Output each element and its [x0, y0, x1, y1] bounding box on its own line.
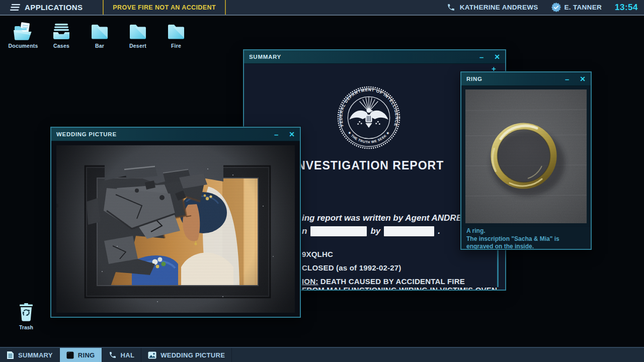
image-icon	[148, 351, 156, 359]
desktop-icon-fire[interactable]: Fire	[157, 21, 195, 49]
objective-text: PROVE FIRE NOT AN ACCIDENT	[113, 4, 216, 11]
taskbar-item-ring[interactable]: RING	[60, 348, 102, 362]
status-line: CLOSED (as of 1992-02-27)	[302, 263, 401, 272]
folder-icon	[90, 21, 110, 41]
desktop-icon-cases[interactable]: Cases	[42, 21, 80, 49]
wedding-picture-window: WEDDING PICTURE – ✕	[50, 127, 301, 318]
taskbar-item-label: SUMMARY	[18, 351, 53, 359]
window-title: RING	[466, 76, 482, 82]
conclusion-text: DEATH CAUSED BY ACCIDENTAL FIRE	[320, 277, 465, 286]
document-scrollbar[interactable]	[497, 250, 499, 287]
taskbar: SUMMARY RING HAL WEDDING PICTURE	[0, 347, 644, 362]
intro2-connector: by	[370, 226, 380, 236]
fdi-seal: FEDERAL DEPARTMENT OF INTELLIGENCE ★ THE…	[337, 86, 400, 151]
agent-name: E. TANNER	[565, 4, 602, 11]
desktop-icon-label: Documents	[9, 43, 38, 49]
caller-name: KATHERINE ANDREWS	[460, 4, 538, 11]
conclusion-line: ION: DEATH CAUSED BY ACCIDENTAL FIRE	[302, 277, 465, 286]
desktop-icon-documents[interactable]: Documents	[4, 21, 42, 49]
report-intro-line2: n by .	[302, 226, 440, 236]
agent-badge-chip: E. TANNER	[551, 3, 602, 12]
folder-icon	[166, 21, 186, 41]
evidence-caption: A ring. The inscription "Sacha & Mia" is…	[466, 227, 586, 249]
conclusion-line2: FROM MALFUNCTIONING WIRING IN VICTIM'S O…	[302, 286, 497, 290]
open-folder-icon	[13, 21, 34, 41]
ring-evidence-viewer: A ring. The inscription "Sacha & Mia" is…	[461, 86, 591, 249]
window-controls: – ✕	[479, 53, 500, 61]
wedding-photo-viewer	[51, 141, 300, 317]
photo-thumbnail-icon	[66, 351, 74, 359]
taskbar-item-label: HAL	[121, 351, 135, 359]
window-title: WEDDING PICTURE	[56, 131, 117, 137]
summary-window-titlebar[interactable]: SUMMARY – ✕	[244, 50, 505, 64]
game-desktop: APPLICATIONS PROVE FIRE NOT AN ACCIDENT …	[0, 0, 644, 362]
close-button[interactable]: ✕	[289, 131, 295, 138]
gold-ring-photo	[465, 89, 587, 223]
hamburger-menu-icon	[9, 4, 20, 11]
wedding-window-titlebar[interactable]: WEDDING PICTURE – ✕	[51, 128, 300, 141]
phone-icon	[109, 351, 117, 359]
case-id-line: 9XQLHC	[302, 250, 333, 258]
ring-window: RING – ✕	[460, 71, 592, 250]
desktop-icon-row: Documents Cases Bar	[4, 21, 195, 49]
applications-label: APPLICATIONS	[25, 3, 83, 12]
window-controls: – ✕	[565, 75, 586, 83]
minimize-button[interactable]: –	[479, 53, 484, 61]
desktop-icon-desert[interactable]: Desert	[119, 21, 157, 49]
trash-can-icon	[18, 303, 35, 323]
trash-label: Trash	[19, 324, 33, 330]
burnt-wedding-photo	[56, 145, 295, 313]
window-title: SUMMARY	[249, 54, 281, 60]
taskbar-item-label: WEDDING PICTURE	[160, 351, 225, 359]
close-button[interactable]: ✕	[580, 75, 586, 82]
folder-icon	[128, 21, 148, 41]
taskbar-item-label: RING	[78, 351, 95, 359]
minimize-button[interactable]: –	[565, 75, 569, 83]
redaction-box	[310, 226, 367, 236]
intro2-period: .	[438, 226, 440, 236]
top-bar: APPLICATIONS PROVE FIRE NOT AN ACCIDENT …	[0, 0, 644, 16]
desktop-icon-label: Desert	[129, 43, 146, 49]
applications-menu-button[interactable]: APPLICATIONS	[9, 3, 83, 12]
caption-line2: The inscription "Sacha & Mia" is engrave…	[466, 235, 586, 249]
taskbar-item-summary[interactable]: SUMMARY	[0, 348, 60, 362]
caption-line1: A ring.	[466, 227, 586, 235]
minimize-button[interactable]: –	[274, 131, 278, 138]
clock: 13:54	[615, 3, 638, 13]
verified-badge-icon	[551, 3, 561, 12]
top-bar-right: KATHERINE ANDREWS E. TANNER 13:54	[447, 3, 644, 13]
conclusion-label: ION:	[302, 277, 318, 286]
trash-icon[interactable]: Trash	[11, 303, 41, 330]
close-button[interactable]: ✕	[494, 53, 500, 60]
redaction-box	[384, 226, 434, 236]
taskbar-item-hal[interactable]: HAL	[102, 348, 142, 362]
phone-icon	[447, 3, 455, 12]
inbox-tray-icon	[51, 21, 71, 41]
active-call-chip[interactable]: KATHERINE ANDREWS	[447, 3, 538, 12]
desktop-icon-label: Cases	[53, 43, 69, 49]
objective-banner: PROVE FIRE NOT AN ACCIDENT	[103, 0, 226, 15]
document-icon	[7, 351, 14, 359]
desktop-icon-label: Fire	[171, 43, 181, 49]
ring-window-titlebar[interactable]: RING – ✕	[461, 72, 591, 86]
window-controls: – ✕	[274, 131, 295, 138]
desktop-icon-label: Bar	[95, 43, 104, 49]
taskbar-item-wedding-picture[interactable]: WEDDING PICTURE	[141, 348, 232, 362]
desktop-icon-bar[interactable]: Bar	[80, 21, 119, 49]
intro2-fragment: n	[302, 226, 307, 236]
